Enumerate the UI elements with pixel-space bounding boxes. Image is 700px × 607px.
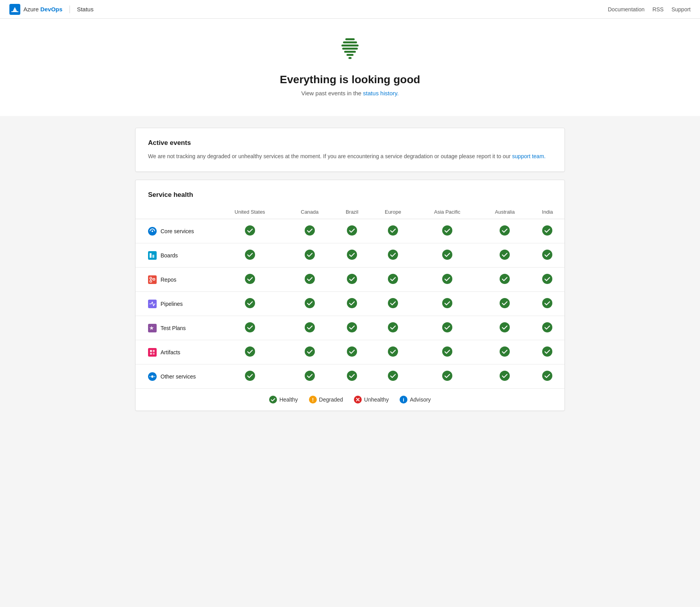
healthy-check-icon xyxy=(305,274,315,284)
svg-point-44 xyxy=(500,298,510,308)
status-cell-1-3 xyxy=(371,243,415,268)
svg-point-32 xyxy=(305,274,315,284)
healthy-check-icon xyxy=(347,322,357,332)
support-link[interactable]: Support xyxy=(671,6,691,12)
svg-point-26 xyxy=(542,250,552,260)
col-header-asia: Asia Pacific xyxy=(415,205,479,219)
service-label: Core services xyxy=(161,228,194,234)
documentation-link[interactable]: Documentation xyxy=(608,6,645,12)
service-name-cell: Boards xyxy=(136,243,214,268)
healthy-check-icon xyxy=(442,225,452,236)
svg-rect-6 xyxy=(346,54,354,56)
legend: Healthy ! Degraded Unhealthy i xyxy=(136,388,564,411)
unhealthy-icon xyxy=(354,396,362,403)
col-header-canada: Canada xyxy=(286,205,333,219)
healthy-check-icon xyxy=(442,322,452,332)
svg-point-47 xyxy=(245,322,255,332)
svg-text:i: i xyxy=(403,397,404,403)
svg-point-24 xyxy=(442,250,452,260)
svg-point-14 xyxy=(442,225,452,236)
healthy-icon xyxy=(269,396,277,403)
healthy-check-icon xyxy=(500,298,510,308)
svg-point-37 xyxy=(542,274,552,284)
status-cell-6-4 xyxy=(415,364,479,389)
healthy-check-icon xyxy=(542,322,552,332)
svg-point-75 xyxy=(500,371,510,381)
status-cell-2-5 xyxy=(479,268,530,292)
svg-point-65 xyxy=(542,346,552,357)
svg-point-9 xyxy=(152,230,153,232)
service-name-cell: Core services xyxy=(136,219,214,243)
svg-text:!: ! xyxy=(312,397,313,403)
svg-point-41 xyxy=(347,298,357,308)
status-cell-1-2 xyxy=(333,243,371,268)
svg-point-49 xyxy=(347,322,357,332)
status-cell-6-3 xyxy=(371,364,415,389)
svg-point-42 xyxy=(388,298,398,308)
healthy-check-icon xyxy=(305,250,315,260)
healthy-check-icon xyxy=(305,225,315,236)
rss-link[interactable]: RSS xyxy=(652,6,664,12)
healthy-check-icon xyxy=(305,371,315,381)
svg-rect-56 xyxy=(153,350,155,352)
health-table: United States Canada Brazil Europe Asia … xyxy=(136,205,564,388)
artifacts-icon xyxy=(148,348,157,357)
healthy-check-icon xyxy=(542,346,552,357)
status-cell-0-2 xyxy=(333,219,371,243)
legend-degraded: ! Degraded xyxy=(309,396,343,403)
support-team-link[interactable]: support team. xyxy=(512,153,546,159)
svg-point-25 xyxy=(500,250,510,260)
active-events-message: We are not tracking any degraded or unhe… xyxy=(148,152,552,161)
svg-point-52 xyxy=(500,322,510,332)
svg-point-39 xyxy=(245,298,255,308)
status-cell-1-0 xyxy=(214,243,286,268)
brand: Azure DevOps xyxy=(23,6,62,12)
col-header-australia: Australia xyxy=(479,205,530,219)
svg-point-13 xyxy=(388,225,398,236)
header-left: Azure DevOps Status xyxy=(9,4,93,15)
header-status-label: Status xyxy=(77,6,94,12)
service-label: Test Plans xyxy=(161,325,186,331)
status-cell-4-1 xyxy=(286,316,333,340)
status-cell-3-2 xyxy=(333,292,371,316)
status-cell-2-6 xyxy=(530,268,564,292)
status-cell-5-4 xyxy=(415,340,479,364)
table-row: Test Plans xyxy=(136,316,564,340)
svg-point-74 xyxy=(442,371,452,381)
svg-point-33 xyxy=(347,274,357,284)
active-events-title: Active events xyxy=(148,139,552,147)
healthy-check-icon xyxy=(442,346,452,357)
status-cell-6-0 xyxy=(214,364,286,389)
svg-point-69 xyxy=(154,376,155,377)
status-history-link[interactable]: status history. xyxy=(363,90,398,96)
legend-healthy-label: Healthy xyxy=(279,396,298,403)
status-cell-3-1 xyxy=(286,292,333,316)
status-cell-0-0 xyxy=(214,219,286,243)
other-icon xyxy=(148,372,157,381)
healthy-check-icon xyxy=(305,346,315,357)
status-cell-5-1 xyxy=(286,340,333,364)
healthy-check-icon xyxy=(500,225,510,236)
table-row: Artifacts xyxy=(136,340,564,364)
table-row: Pipelines xyxy=(136,292,564,316)
service-name: Pipelines xyxy=(148,300,211,308)
health-table-body: Core services Boards Repos Pipelines Tes… xyxy=(136,219,564,389)
service-name-cell: Other services xyxy=(136,364,214,389)
service-health-title: Service health xyxy=(136,191,564,199)
healthy-check-icon xyxy=(245,250,255,260)
status-cell-4-6 xyxy=(530,316,564,340)
testplans-icon xyxy=(148,324,157,332)
svg-point-34 xyxy=(388,274,398,284)
status-cell-6-6 xyxy=(530,364,564,389)
status-cell-3-6 xyxy=(530,292,564,316)
svg-point-45 xyxy=(542,298,552,308)
healthy-check-icon xyxy=(245,225,255,236)
healthy-check-icon xyxy=(305,298,315,308)
core-icon xyxy=(148,227,157,236)
healthy-check-icon xyxy=(347,274,357,284)
healthy-check-icon xyxy=(388,250,398,260)
svg-point-43 xyxy=(442,298,452,308)
brand-devops: DevOps xyxy=(40,6,62,12)
status-cell-4-5 xyxy=(479,316,530,340)
healthy-check-icon xyxy=(388,322,398,332)
